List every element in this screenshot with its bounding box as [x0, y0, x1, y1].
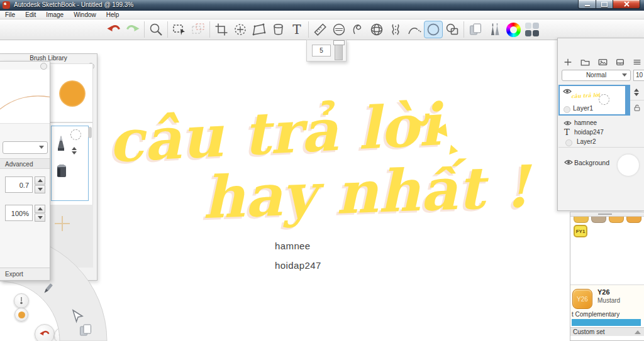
swatch-fy1[interactable]: FY1 [574, 225, 587, 237]
layers-panel: Normal 10 câu trả lời Layer1 hamn [557, 38, 644, 211]
advanced-section-header[interactable]: Advanced [0, 158, 50, 169]
chevron-down-icon [622, 73, 627, 77]
svg-text:T: T [292, 22, 301, 37]
background-color-thumbnail[interactable] [617, 154, 640, 176]
export-button[interactable]: Export [0, 268, 50, 280]
ellipse-guide-button[interactable] [330, 21, 348, 38]
brush-type-dropdown[interactable] [3, 141, 48, 154]
redo-button[interactable] [123, 21, 142, 38]
deselect-tool-button[interactable] [189, 21, 208, 38]
redo-icon [125, 22, 141, 37]
menu-item-window[interactable]: Window [69, 11, 101, 19]
chevron-down-icon [39, 146, 44, 149]
brush-palette-button[interactable] [485, 21, 504, 38]
add-layer-icon[interactable] [563, 57, 573, 67]
steady-stroke-button[interactable] [405, 21, 424, 38]
layer-row-hoidap247[interactable]: T hoidap247 [558, 128, 635, 138]
layer-menu-icon[interactable] [632, 57, 642, 67]
marker-brush-icon[interactable] [55, 162, 69, 178]
lagoon-layers-icon[interactable] [78, 323, 93, 338]
layer-row-layer1[interactable]: câu trả lời Layer1 [558, 85, 626, 116]
menu-item-help[interactable]: Help [101, 11, 125, 19]
eye-icon[interactable] [564, 160, 573, 165]
pen-brush-icon[interactable] [55, 134, 67, 154]
complementary-color-bar[interactable] [572, 319, 641, 326]
swatch-row [574, 217, 641, 223]
import-image-icon[interactable] [597, 57, 608, 67]
rotation-step-down-button[interactable] [35, 185, 45, 193]
fill-tool-button[interactable] [269, 21, 287, 38]
magnifier-icon [148, 22, 164, 37]
size-step-down-button[interactable] [35, 214, 45, 222]
brush-properties-panel: Advanced 0.7 100% Export [0, 61, 50, 281]
brush-size-value[interactable]: 5 [312, 45, 331, 57]
layer-folder-icon[interactable] [580, 57, 591, 67]
ruler-tool-button[interactable] [311, 21, 330, 38]
select-tool-button[interactable] [170, 21, 189, 38]
perspective-button[interactable] [367, 21, 386, 38]
shapes-tool-button[interactable] [443, 21, 462, 38]
eye-icon[interactable] [564, 121, 572, 126]
brush-palette-icon [487, 22, 502, 37]
close-button[interactable] [613, 0, 640, 9]
rotation-step-up-button[interactable] [35, 176, 45, 185]
layer-stack-icon[interactable] [615, 57, 625, 67]
move-selection-icon [233, 22, 248, 37]
menu-item-file[interactable]: File [0, 11, 20, 19]
layer-copy-button[interactable] [466, 21, 485, 38]
maximize-icon [601, 2, 608, 7]
lagoon-brush-icon[interactable] [40, 281, 55, 296]
layer-side-controls [630, 85, 644, 116]
panel-resize-handle[interactable] [570, 212, 644, 217]
custom-set-bar[interactable]: Custom set [570, 327, 644, 336]
unlock-icon[interactable] [633, 104, 641, 112]
complementary-label[interactable]: t Complementary [572, 311, 619, 318]
minimize-button[interactable] [578, 0, 596, 9]
transform-tool-button[interactable] [231, 21, 250, 38]
color-swatch[interactable] [574, 217, 589, 223]
maximize-button[interactable] [596, 0, 613, 9]
ellipse-tool-button-active[interactable] [424, 21, 443, 38]
crop-icon [214, 22, 229, 37]
size-value-field[interactable]: 100% [5, 205, 33, 221]
selected-color-swatch[interactable]: Y26 [572, 289, 592, 309]
color-swatch[interactable] [591, 217, 606, 223]
ellipse-icon [426, 22, 441, 37]
blend-mode-dropdown[interactable]: Normal [562, 70, 631, 81]
color-swatch[interactable] [609, 217, 624, 223]
brush-list-scrollbar[interactable] [88, 127, 92, 138]
layer-spinner-icon[interactable] [634, 89, 639, 96]
undo-button[interactable] [104, 21, 123, 38]
paint-bucket-icon [270, 22, 286, 37]
rotation-value-field[interactable]: 0.7 [5, 176, 33, 193]
brush-size-slider[interactable] [335, 42, 343, 60]
crop-tool-button[interactable] [212, 21, 231, 38]
menu-item-image[interactable]: Image [41, 11, 69, 19]
symmetry-button[interactable] [386, 21, 405, 38]
brush-size-slider-handle[interactable] [333, 40, 345, 45]
swatch-panel-button[interactable] [523, 21, 541, 38]
selected-color-name: Mustard [597, 297, 620, 304]
layer-row-background[interactable]: Background [558, 150, 644, 180]
layer-row-layer2[interactable]: Layer2 [558, 138, 635, 147]
layer-opacity-field[interactable]: 10 [633, 70, 644, 81]
zoom-tool-button[interactable] [147, 21, 165, 38]
dashed-brush-icon[interactable] [70, 129, 81, 140]
canvas-credit-hamnee: hamnee [275, 241, 311, 251]
brush-spinner-icon[interactable] [72, 147, 77, 154]
selection-icon [172, 22, 187, 37]
color-wheel-button[interactable] [504, 21, 523, 38]
color-swatch[interactable] [626, 217, 641, 223]
distort-tool-button[interactable] [250, 21, 269, 38]
layer-name: Background [574, 159, 609, 166]
french-curve-button[interactable] [348, 21, 367, 38]
text-tool-button[interactable]: T [287, 21, 306, 38]
layer-row-hamnee[interactable]: hamnee [558, 119, 635, 128]
perspective-icon [369, 22, 384, 37]
menu-item-edit[interactable]: Edit [20, 11, 41, 19]
size-step-up-button[interactable] [35, 205, 45, 213]
brush-cursor-icon [599, 94, 609, 105]
brush-properties-close-button[interactable] [40, 63, 47, 70]
custom-set-label: Custom set [573, 328, 605, 335]
lagoon-cursor-icon[interactable] [70, 308, 85, 323]
